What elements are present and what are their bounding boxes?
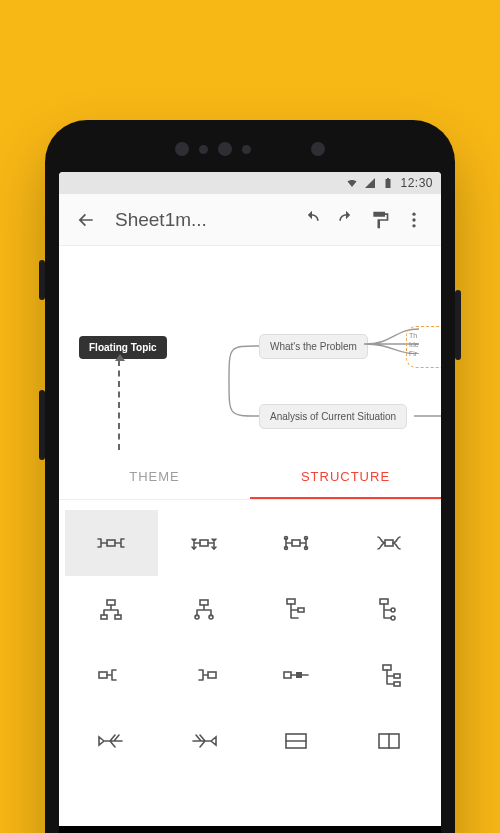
phone-side-button (39, 390, 45, 460)
boundary-line: Th (409, 331, 441, 340)
boundary-node[interactable]: Th Ide Fir (406, 326, 441, 368)
structure-option-fishbone-right[interactable] (158, 708, 251, 774)
structure-option-logic-left[interactable] (158, 642, 251, 708)
svg-point-0 (412, 212, 415, 215)
mindmap-canvas[interactable]: Floating Topic What's the Problem Analys… (59, 246, 441, 456)
structure-option-map-clockwise[interactable] (158, 510, 251, 576)
svg-rect-25 (296, 672, 302, 678)
svg-rect-28 (394, 682, 400, 686)
app-bar: Sheet1m... (59, 194, 441, 246)
svg-rect-12 (101, 615, 107, 619)
boundary-line: Ide (409, 340, 441, 349)
svg-point-1 (412, 218, 415, 221)
svg-rect-3 (107, 540, 115, 546)
structure-option-org-down[interactable] (65, 576, 158, 642)
edge (414, 406, 441, 426)
undo-icon (302, 210, 322, 230)
svg-rect-24 (284, 672, 291, 678)
phone-side-button (39, 260, 45, 300)
topic-node[interactable]: What's the Problem (259, 334, 368, 359)
svg-rect-4 (200, 540, 208, 546)
svg-point-16 (209, 615, 213, 619)
structure-option-map-left-right[interactable] (250, 510, 343, 576)
arrow-left-icon (76, 210, 96, 230)
redo-button[interactable] (329, 203, 363, 237)
status-time: 12:30 (400, 176, 433, 190)
svg-rect-18 (298, 608, 304, 612)
wifi-icon (346, 177, 358, 189)
more-vert-icon (404, 210, 424, 230)
page-title: Sheet1m... (115, 209, 295, 231)
boundary-line: Fir (409, 349, 441, 358)
svg-point-2 (412, 224, 415, 227)
topic-node[interactable]: Analysis of Current Situation (259, 404, 407, 429)
structure-grid (59, 500, 441, 826)
svg-point-15 (195, 615, 199, 619)
svg-rect-22 (99, 672, 107, 678)
floating-topic-connector (118, 360, 120, 450)
more-button[interactable] (397, 203, 431, 237)
structure-option-fishbone-left[interactable] (65, 708, 158, 774)
signal-icon (364, 177, 376, 189)
format-paint-icon (370, 210, 390, 230)
structure-option-tree-table[interactable] (343, 642, 436, 708)
phone-frame: 12:30 Sheet1m... Floating Topic (45, 120, 455, 833)
svg-rect-23 (208, 672, 216, 678)
structure-option-matrix-rows[interactable] (250, 708, 343, 774)
phone-speaker (45, 142, 455, 156)
phone-side-button (455, 290, 461, 360)
structure-option-timeline[interactable] (250, 642, 343, 708)
structure-option-tree-right[interactable] (343, 576, 436, 642)
format-button[interactable] (363, 203, 397, 237)
back-button[interactable] (69, 203, 103, 237)
panel-tabs: THEME STRUCTURE (59, 456, 441, 500)
status-bar: 12:30 (59, 172, 441, 194)
svg-rect-10 (385, 540, 393, 546)
structure-option-tree-left[interactable] (250, 576, 343, 642)
structure-option-map-balanced[interactable] (65, 510, 158, 576)
edge (219, 341, 264, 421)
structure-option-logic-right[interactable] (65, 642, 158, 708)
structure-option-map-radial[interactable] (343, 510, 436, 576)
svg-rect-13 (115, 615, 121, 619)
battery-icon (382, 177, 394, 189)
svg-rect-5 (292, 540, 300, 546)
structure-option-matrix-cols[interactable] (343, 708, 436, 774)
svg-point-20 (391, 608, 395, 612)
screen: 12:30 Sheet1m... Floating Topic (59, 172, 441, 833)
undo-button[interactable] (295, 203, 329, 237)
tab-theme[interactable]: THEME (59, 456, 250, 499)
svg-point-21 (391, 616, 395, 620)
redo-icon (336, 210, 356, 230)
tab-structure[interactable]: STRUCTURE (250, 456, 441, 499)
android-nav-bar (59, 826, 441, 833)
structure-option-org-up[interactable] (158, 576, 251, 642)
svg-rect-27 (394, 674, 400, 678)
